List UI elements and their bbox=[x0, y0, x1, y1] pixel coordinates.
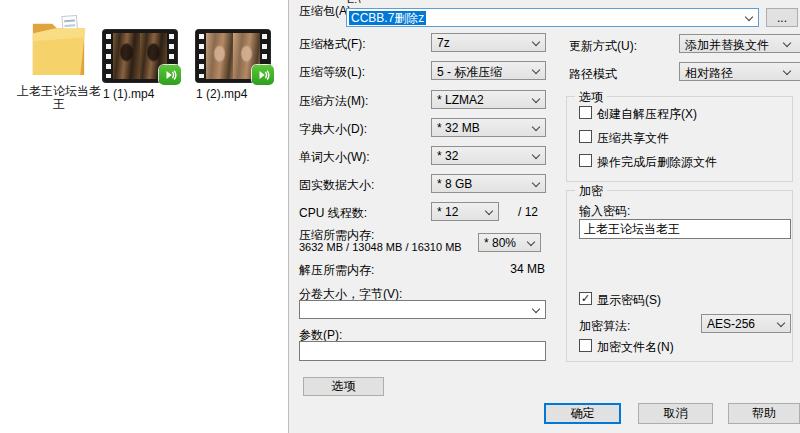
help-button[interactable]: 帮助 bbox=[728, 403, 800, 424]
show-password-label: 显示密码(S) bbox=[597, 292, 661, 309]
media-player-badge-icon bbox=[159, 65, 181, 85]
dictionary-select[interactable]: * 32 MB bbox=[431, 118, 546, 137]
folder-name: 上老王论坛当老 王 bbox=[5, 85, 113, 111]
archive-name-input[interactable]: CCBB.7删除z bbox=[346, 8, 759, 27]
folder-icon bbox=[28, 10, 90, 82]
chevron-down-icon bbox=[532, 66, 540, 74]
method-select[interactable]: * LZMA2 bbox=[431, 90, 546, 109]
chevron-down-icon bbox=[532, 38, 540, 46]
path-mode-select[interactable]: 相对路径 bbox=[679, 62, 800, 81]
dictionary-label: 字典大小(D): bbox=[299, 121, 367, 138]
memory-percent-select[interactable]: * 80% bbox=[478, 233, 541, 252]
level-select[interactable]: 5 - 标准压缩 bbox=[431, 61, 546, 80]
screenshot-root: 上老王论坛当老 王 1 (1).mp4 bbox=[0, 0, 800, 433]
chevron-down-icon[interactable] bbox=[745, 13, 753, 21]
chevron-down-icon bbox=[532, 179, 540, 187]
browse-button[interactable]: ... bbox=[766, 8, 798, 27]
cpu-threads-label: CPU 线程数: bbox=[299, 205, 367, 222]
volume-size-input[interactable] bbox=[299, 300, 546, 319]
path-mode-label: 路径模式 bbox=[569, 66, 617, 83]
archive-label: 压缩包(A) bbox=[299, 3, 351, 20]
memory-decompress-value: 34 MB bbox=[510, 262, 545, 276]
solid-block-label: 固实数据大小: bbox=[299, 177, 374, 194]
encrypt-filenames-label: 加密文件名(N) bbox=[597, 339, 674, 356]
encryption-group-title: 加密 bbox=[575, 183, 607, 200]
chevron-down-icon bbox=[485, 207, 493, 215]
memory-decompress-label: 解压所需内存: bbox=[299, 262, 374, 279]
video-thumbnail-1 bbox=[103, 30, 177, 82]
chevron-down-icon bbox=[532, 151, 540, 159]
update-mode-label: 更新方式(U): bbox=[569, 38, 637, 55]
cancel-button[interactable]: 取消 bbox=[638, 403, 713, 424]
word-size-label: 单词大小(W): bbox=[299, 149, 370, 166]
method-label: 压缩方法(M): bbox=[299, 93, 368, 110]
encryption-method-label: 加密算法: bbox=[579, 318, 630, 335]
video-thumbnail-2 bbox=[196, 30, 270, 82]
7zip-add-dialog: 压缩包(A) E:\ CCBB.7删除z ... 压缩格式(F): 7z 压缩等… bbox=[288, 0, 800, 433]
password-label: 输入密码: bbox=[579, 203, 630, 220]
parameters-input[interactable] bbox=[299, 341, 546, 361]
chevron-down-icon bbox=[527, 238, 535, 246]
media-player-badge-icon bbox=[252, 65, 274, 85]
chevron-down-icon bbox=[777, 319, 785, 327]
password-input[interactable] bbox=[579, 219, 791, 239]
memory-compress-detail: 3632 MB / 13048 MB / 16310 MB bbox=[299, 241, 462, 253]
level-label: 压缩等级(L): bbox=[299, 64, 365, 81]
chevron-down-icon bbox=[783, 39, 791, 47]
archive-name-selected-text: CCBB.7删除z bbox=[349, 11, 426, 25]
archive-path-fragment: E:\ bbox=[347, 0, 547, 5]
folder-item[interactable]: 上老王论坛当老 王 bbox=[5, 10, 113, 111]
chevron-down-icon bbox=[783, 67, 791, 75]
word-size-select[interactable]: * 32 bbox=[431, 146, 546, 165]
chevron-down-icon bbox=[532, 123, 540, 131]
create-sfx-checkbox[interactable] bbox=[579, 106, 592, 119]
shared-files-label: 压缩共享文件 bbox=[597, 130, 669, 147]
video-frame bbox=[206, 33, 233, 79]
encrypt-filenames-checkbox[interactable] bbox=[579, 339, 592, 352]
encryption-method-select[interactable]: AES-256 bbox=[701, 314, 791, 333]
show-password-checkbox[interactable] bbox=[579, 292, 592, 305]
solid-block-select[interactable]: * 8 GB bbox=[431, 174, 546, 193]
cpu-threads-select[interactable]: * 12 bbox=[431, 202, 499, 221]
delete-after-checkbox[interactable] bbox=[579, 154, 592, 167]
create-sfx-label: 创建自解压程序(X) bbox=[597, 106, 697, 123]
filmstrip-holes-icon bbox=[106, 34, 111, 78]
chevron-down-icon[interactable] bbox=[532, 305, 540, 313]
delete-after-label: 操作完成后删除源文件 bbox=[597, 154, 717, 171]
options-button[interactable]: 选项 bbox=[303, 377, 384, 396]
update-mode-select[interactable]: 添加并替换文件 bbox=[679, 34, 800, 53]
video-filename: 1 (1).mp4 bbox=[103, 88, 177, 101]
shared-files-checkbox[interactable] bbox=[579, 130, 592, 143]
cpu-threads-max: / 12 bbox=[518, 205, 538, 219]
video-filename: 1 (2).mp4 bbox=[196, 88, 270, 101]
filmstrip-holes-icon bbox=[199, 34, 204, 78]
chevron-down-icon bbox=[532, 95, 540, 103]
ok-button[interactable]: 确定 bbox=[544, 403, 621, 424]
options-group-title: 选项 bbox=[575, 89, 607, 106]
video-frame bbox=[113, 33, 140, 79]
format-label: 压缩格式(F): bbox=[299, 36, 366, 53]
format-select[interactable]: 7z bbox=[431, 33, 546, 52]
